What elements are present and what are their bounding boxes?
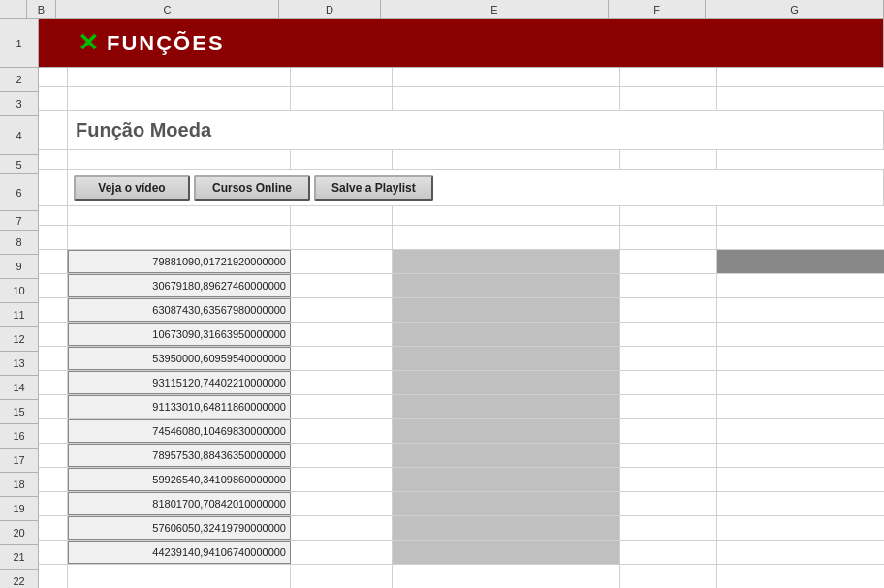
r20-c: 57606050,32419790000000 (68, 516, 291, 540)
rownum-16: 16 (0, 424, 38, 449)
r7-d (291, 206, 393, 225)
r10-b (39, 274, 68, 297)
r11-f (620, 298, 717, 322)
r3-e (393, 87, 620, 110)
r19-f (620, 492, 717, 515)
r6-buttons: Veja o vídeo Cursos Online Salve a Playl… (68, 170, 884, 205)
rownum-1: 1 (0, 19, 38, 68)
r8-e (393, 226, 620, 249)
r9-f (620, 250, 717, 273)
rownum-6: 6 (0, 174, 38, 211)
r3-g (717, 87, 884, 110)
r20-e (393, 516, 620, 540)
header-x-icon: ✕ (78, 28, 99, 58)
r10-e (393, 274, 620, 297)
r12-g (717, 323, 884, 346)
rownum-10: 10 (0, 279, 38, 303)
r3-b (39, 87, 68, 110)
r19-g (717, 492, 884, 515)
r11-g (717, 298, 884, 322)
r16-d (291, 419, 393, 443)
header-b-cell (39, 19, 68, 67)
rownum-20: 20 (0, 521, 38, 545)
r7-f (620, 206, 717, 225)
r3-f (620, 87, 717, 110)
r21-c: 44239140,94106740000000 (68, 541, 291, 564)
r18-e (393, 468, 620, 491)
r7-e (393, 206, 620, 225)
r18-d (291, 468, 393, 491)
r19-d (291, 492, 393, 515)
r14-f (620, 371, 717, 394)
r5-d (291, 150, 393, 169)
r16-b (39, 419, 68, 443)
r11-d (291, 298, 393, 322)
row-6: Veja o vídeo Cursos Online Salve a Playl… (39, 170, 884, 206)
r2-g (717, 68, 884, 86)
rownum-4: 4 (0, 116, 38, 155)
r15-e (393, 395, 620, 418)
header-title: FUNÇÕES (107, 31, 225, 56)
spreadsheet: B C D E F G 1 2 3 4 5 6 7 8 9 10 11 12 1… (0, 0, 884, 588)
rownum-3: 3 (0, 92, 38, 116)
r2-d (291, 68, 393, 86)
r8-c (68, 226, 291, 249)
r9-e (393, 250, 620, 273)
r8-f (620, 226, 717, 249)
r15-c: 91133010,64811860000000 (68, 395, 291, 418)
r15-f (620, 395, 717, 418)
r11-e (393, 298, 620, 322)
grid-content: ✕ FUNÇÕES (39, 19, 884, 588)
salve-playlist-button[interactable]: Salve a Playlist (314, 175, 433, 201)
r5-c (68, 150, 291, 169)
r15-d (291, 395, 393, 418)
r13-b (39, 347, 68, 370)
row-2 (39, 68, 884, 87)
r11-b (39, 298, 68, 322)
row-9: 79881090,01721920000000 (39, 250, 884, 274)
row-7 (39, 206, 884, 226)
r14-b (39, 371, 68, 394)
cursos-online-button[interactable]: Cursos Online (194, 175, 310, 201)
r14-g (717, 371, 884, 394)
funcao-moeda-title: Função Moeda (68, 111, 884, 149)
row-numbers: 1 2 3 4 5 6 7 8 9 10 11 12 13 14 15 16 1… (0, 19, 39, 588)
row-22 (39, 565, 884, 588)
row-18: 59926540,34109860000000 (39, 468, 884, 492)
r22-e (393, 565, 620, 588)
row-17: 78957530,88436350000000 (39, 444, 884, 468)
r12-c: 10673090,31663950000000 (68, 323, 291, 346)
rownum-19: 19 (0, 497, 38, 521)
col-header-g: G (706, 0, 884, 18)
row-1: ✕ FUNÇÕES (39, 19, 884, 68)
rownum-17: 17 (0, 449, 38, 473)
r14-d (291, 371, 393, 394)
row-16: 74546080,10469830000000 (39, 419, 884, 444)
r9-c: 79881090,01721920000000 (68, 250, 291, 273)
r20-g (717, 516, 884, 540)
r17-c: 78957530,88436350000000 (68, 444, 291, 467)
r13-c: 53950000,60959540000000 (68, 347, 291, 370)
row-12: 10673090,31663950000000 (39, 323, 884, 347)
r16-f (620, 419, 717, 443)
r16-g (717, 419, 884, 443)
rownum-14: 14 (0, 376, 38, 400)
rownum-2: 2 (0, 68, 38, 92)
r13-g (717, 347, 884, 370)
r21-d (291, 541, 393, 564)
r10-d (291, 274, 393, 297)
r9-b (39, 250, 68, 273)
row-14: 93115120,74402210000000 (39, 371, 884, 395)
r16-e (393, 419, 620, 443)
r7-g (717, 206, 884, 225)
r21-f (620, 541, 717, 564)
r10-c: 30679180,89627460000000 (68, 274, 291, 297)
header-banner: ✕ FUNÇÕES (68, 19, 884, 67)
r2-e (393, 68, 620, 86)
rownum-8: 8 (0, 231, 38, 255)
r18-f (620, 468, 717, 491)
col-header-b: B (27, 0, 56, 18)
r20-d (291, 516, 393, 540)
veja-video-button[interactable]: Veja o vídeo (74, 175, 190, 201)
r14-c: 93115120,74402210000000 (68, 371, 291, 394)
